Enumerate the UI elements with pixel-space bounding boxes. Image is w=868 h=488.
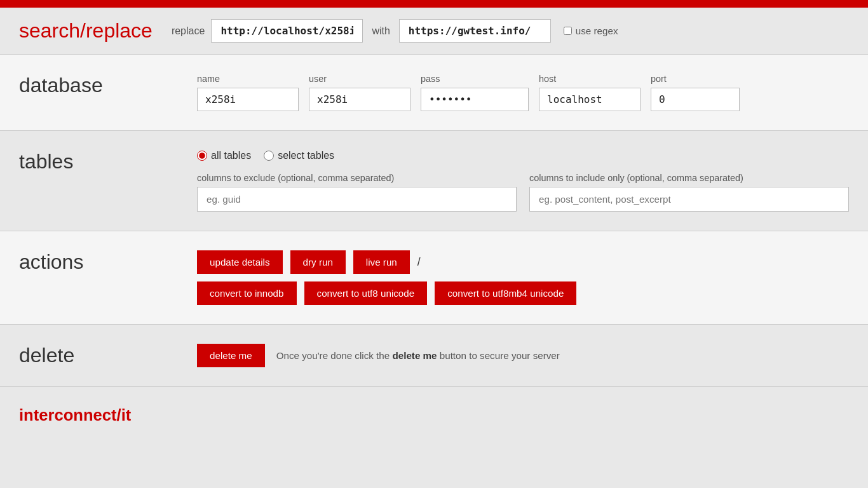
tables-section: tables all tables select tables columns … [0, 131, 868, 231]
select-tables-option[interactable]: select tables [264, 150, 334, 161]
all-tables-label: all tables [211, 150, 251, 161]
delete-me-button[interactable]: delete me [197, 344, 265, 367]
dry-run-button[interactable]: dry run [290, 250, 346, 274]
live-run-button[interactable]: live run [353, 250, 410, 274]
delete-section: delete delete me Once you're done click … [0, 325, 868, 387]
logo-slash: / [80, 19, 86, 42]
replace-label: replace [172, 25, 205, 37]
convert-utf8-button[interactable]: convert to utf8 unicode [304, 281, 428, 305]
with-input[interactable] [399, 19, 551, 43]
actions-section: actions update details dry run live run … [0, 231, 868, 325]
footer-logo-slash: / [117, 406, 121, 424]
include-input[interactable] [529, 187, 849, 212]
db-user-field: user [309, 74, 410, 111]
db-user-input[interactable] [309, 88, 410, 111]
db-fields: name user pass host port [197, 74, 849, 111]
use-regex-label[interactable]: use regex [564, 25, 618, 36]
db-host-field: host [539, 74, 641, 111]
db-name-field: name [197, 74, 299, 111]
actions-row-1: update details dry run live run / [197, 250, 849, 274]
header: search/replace replace with use regex [0, 8, 868, 55]
db-port-field: port [651, 74, 740, 111]
tables-content: all tables select tables columns to excl… [197, 150, 849, 212]
db-name-input[interactable] [197, 88, 299, 111]
convert-innodb-button[interactable]: convert to innodb [197, 281, 297, 305]
logo: search/replace [19, 19, 153, 43]
delete-inner: delete me Once you're done click the del… [197, 344, 849, 367]
db-port-input[interactable] [651, 88, 740, 111]
all-tables-option[interactable]: all tables [197, 150, 251, 161]
database-section: database name user pass host port [0, 55, 868, 131]
with-label: with [372, 25, 390, 37]
columns-row: columns to exclude (optional, comma sepa… [197, 173, 849, 212]
actions-content: update details dry run live run / conver… [197, 250, 849, 305]
delete-text-post: button to secure your server [440, 350, 560, 361]
replace-input[interactable] [211, 19, 363, 43]
delete-text: Once you're done click the delete me but… [276, 350, 560, 361]
include-group: columns to include only (optional, comma… [529, 173, 849, 212]
db-port-label: port [651, 74, 740, 84]
update-details-button[interactable]: update details [197, 250, 283, 274]
footer: interconnect/it [0, 387, 868, 444]
convert-utf8mb4-button[interactable]: convert to utf8mb4 unicode [435, 281, 576, 305]
tables-title: tables [19, 150, 197, 173]
select-tables-label: select tables [278, 150, 334, 161]
action-slash: / [417, 255, 421, 269]
actions-row-2: convert to innodb convert to utf8 unicod… [197, 281, 849, 305]
logo-replace: replace [86, 19, 153, 42]
select-tables-radio[interactable] [264, 151, 274, 161]
delete-content: delete me Once you're done click the del… [197, 344, 849, 367]
database-content: name user pass host port [197, 74, 849, 111]
db-host-input[interactable] [539, 88, 641, 111]
actions-title: actions [19, 250, 197, 274]
db-host-label: host [539, 74, 641, 84]
footer-logo: interconnect/it [19, 406, 849, 424]
exclude-input[interactable] [197, 187, 517, 212]
all-tables-radio[interactable] [197, 151, 207, 161]
replace-row: replace with use regex [172, 19, 849, 43]
delete-text-bold: delete me [392, 350, 437, 361]
db-pass-field: pass [421, 74, 529, 111]
footer-logo-pre: interconnect [19, 406, 117, 424]
tables-radio-row: all tables select tables [197, 150, 849, 161]
use-regex-checkbox[interactable] [564, 27, 572, 35]
red-top-bar [0, 0, 868, 8]
logo-search: search [19, 19, 80, 42]
footer-logo-post: it [121, 406, 132, 424]
db-pass-label: pass [421, 74, 529, 84]
exclude-label: columns to exclude (optional, comma sepa… [197, 173, 517, 183]
delete-text-pre: Once you're done click the [276, 350, 390, 361]
db-user-label: user [309, 74, 410, 84]
include-label: columns to include only (optional, comma… [529, 173, 849, 183]
db-pass-input[interactable] [421, 88, 529, 111]
database-title: database [19, 74, 197, 97]
delete-title: delete [19, 344, 197, 367]
db-name-label: name [197, 74, 299, 84]
exclude-group: columns to exclude (optional, comma sepa… [197, 173, 517, 212]
